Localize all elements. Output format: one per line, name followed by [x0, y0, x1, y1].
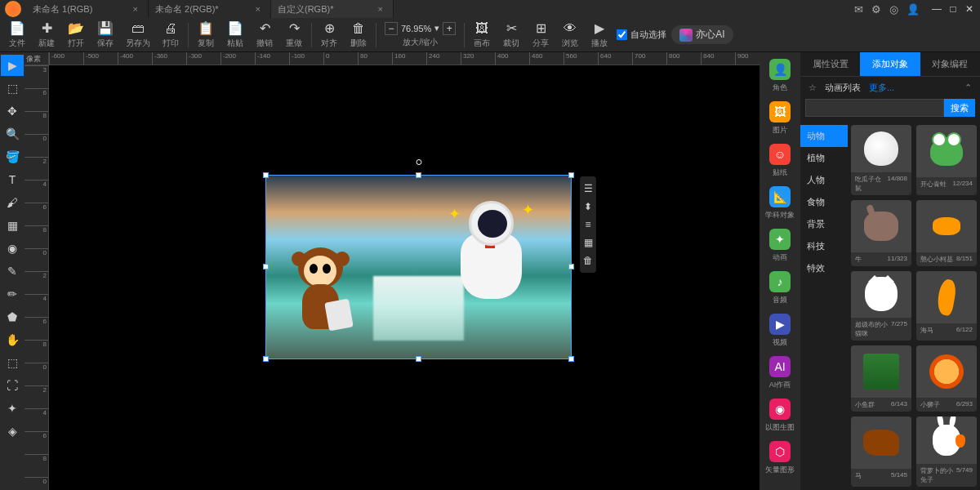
asset-item[interactable]: 牛11/323 [851, 200, 911, 266]
panel-tab-对象编程[interactable]: 对象编程 [920, 52, 980, 76]
tool-6[interactable]: ▦ [1, 215, 24, 236]
category-矢量图形[interactable]: ⬡矢量图形 [760, 441, 800, 475]
toolbar-文件[interactable]: 📄文件 [5, 20, 29, 51]
tool-0[interactable]: ⬚ [1, 78, 24, 99]
toolbar-复制[interactable]: 📋复制 [194, 20, 218, 51]
toolbar-保存[interactable]: 💾保存 [93, 20, 118, 51]
category-视频[interactable]: ▶视频 [760, 314, 800, 348]
resize-handle-s[interactable] [416, 356, 421, 362]
asset-category-食物[interactable]: 食物 [800, 191, 848, 213]
resize-handle-n[interactable] [416, 172, 421, 178]
toolbar-粘贴[interactable]: 📄粘贴 [223, 20, 247, 51]
layer-tool-1[interactable]: ⬍ [580, 198, 596, 216]
panel-tab-属性设置[interactable]: 属性设置 [800, 52, 860, 76]
category-角色[interactable]: 👤角色 [760, 59, 800, 93]
asset-item[interactable]: 马5/145 [851, 416, 911, 487]
tool-3[interactable]: 🪣 [1, 146, 24, 167]
toolbar-分享[interactable]: ⊞分享 [528, 20, 553, 51]
auto-select-checkbox[interactable] [617, 29, 627, 40]
tab-close-icon[interactable]: × [375, 4, 386, 14]
asset-category-特效[interactable]: 特效 [800, 257, 848, 279]
close-button[interactable]: ✕ [962, 2, 977, 16]
layer-tool-2[interactable]: ≡ [580, 216, 596, 234]
search-button[interactable]: 搜索 [944, 99, 975, 117]
user-icon[interactable]: 👤 [906, 3, 920, 16]
document-tab[interactable]: 未命名 1(RGB)× [26, 0, 149, 18]
tool-15[interactable]: ◈ [1, 421, 24, 442]
document-tab[interactable]: 自定义(RGB)*× [271, 0, 394, 18]
toolbar-裁切[interactable]: ✂裁切 [499, 20, 523, 51]
tool-10[interactable]: ⬟ [1, 306, 24, 327]
asset-category-科技[interactable]: 科技 [800, 235, 848, 257]
asset-category-人物[interactable]: 人物 [800, 169, 848, 191]
category-音频[interactable]: ♪音频 [760, 271, 800, 305]
toolbar-撤销[interactable]: ↶撤销 [252, 20, 277, 51]
tab-close-icon[interactable]: × [130, 4, 141, 14]
asset-item[interactable]: 海马6/122 [916, 271, 977, 341]
category-图片[interactable]: 🖼图片 [760, 101, 800, 136]
asset-item[interactable]: 小鱼群6/143 [851, 345, 911, 412]
toolbar-新建[interactable]: ✚新建 [34, 20, 59, 51]
layer-tool-0[interactable]: ☰ [580, 180, 596, 198]
layer-tool-3[interactable]: ▦ [580, 234, 596, 252]
zoom-in-button[interactable]: + [443, 22, 456, 35]
search-input[interactable] [805, 99, 944, 117]
tool-12[interactable]: ⬚ [1, 352, 24, 373]
canvas-viewport[interactable]: 像素 -600-500-400-360-300-200-140-10008016… [24, 52, 760, 490]
category-动画[interactable]: ✦动画 [760, 229, 800, 263]
mail-icon[interactable]: ✉ [854, 3, 863, 16]
rotate-handle[interactable] [416, 159, 421, 165]
astronaut-character[interactable]: ✦ ✦ [440, 185, 546, 332]
monkey-character[interactable] [282, 235, 359, 350]
zoom-dropdown-icon[interactable]: ▾ [434, 23, 439, 33]
resize-handle-sw[interactable] [263, 356, 269, 362]
resize-handle-e[interactable] [568, 264, 574, 270]
tab-close-icon[interactable]: × [252, 4, 264, 14]
ai-button[interactable]: 亦心AI [671, 25, 733, 44]
tool-1[interactable]: ✥ [1, 100, 24, 122]
resize-handle-ne[interactable] [568, 172, 574, 178]
asset-category-动物[interactable]: 动物 [800, 125, 848, 147]
tool-9[interactable]: ✏ [1, 283, 24, 305]
asset-item[interactable]: 憨心小柯基8/151 [916, 200, 977, 266]
move-tool[interactable]: ▶ [1, 55, 24, 76]
tool-5[interactable]: 🖌 [1, 192, 24, 213]
tool-2[interactable]: 🔍 [1, 123, 24, 145]
category-学科对象[interactable]: 📐学科对象 [760, 186, 800, 220]
toolbar-浏览[interactable]: 👁浏览 [558, 20, 582, 51]
layer-tool-4[interactable]: 🗑 [580, 252, 596, 270]
category-AI作画[interactable]: AIAI作画 [760, 356, 800, 390]
document-tab[interactable]: 未命名 2(RGB)*× [149, 0, 271, 18]
zoom-out-button[interactable]: − [385, 22, 398, 35]
tool-11[interactable]: ✋ [1, 329, 24, 350]
auto-select-toggle[interactable]: 自动选择 [617, 29, 666, 41]
canvas-selection[interactable]: ✦ ✦ [265, 175, 572, 359]
tool-7[interactable]: ◉ [1, 238, 24, 259]
more-link[interactable]: 更多... [869, 82, 894, 94]
resize-handle-w[interactable] [263, 264, 269, 270]
asset-item[interactable]: 吃瓜子仓鼠14/808 [851, 125, 911, 195]
toolbar-对齐[interactable]: ⊕对齐 [317, 20, 341, 51]
minimize-button[interactable]: — [929, 2, 944, 16]
tool-14[interactable]: ✦ [1, 398, 24, 419]
maximize-button[interactable]: □ [946, 2, 960, 16]
toolbar-播放[interactable]: ▶播放 [587, 20, 612, 51]
toolbar-重做[interactable]: ↷重做 [282, 20, 306, 51]
toolbar-删除[interactable]: 🗑删除 [346, 20, 371, 51]
tool-13[interactable]: ⛶ [1, 375, 24, 396]
tool-4[interactable]: T [1, 169, 24, 190]
asset-item[interactable]: 背萝卜的小兔子5/749 [916, 416, 977, 487]
settings-icon[interactable]: ⚙ [871, 3, 881, 16]
compass-icon[interactable]: ◎ [889, 3, 898, 16]
toolbar-另存为[interactable]: 🗃另存为 [122, 20, 154, 51]
resize-handle-se[interactable] [568, 356, 574, 362]
panel-tab-添加对象[interactable]: 添加对象 [860, 52, 920, 76]
collapse-icon[interactable]: ⌃ [964, 82, 972, 93]
asset-category-背景[interactable]: 背景 [800, 213, 848, 235]
category-贴纸[interactable]: ☺贴纸 [760, 144, 800, 178]
toolbar-打印[interactable]: 🖨打印 [158, 20, 183, 51]
toolbar-画布[interactable]: 🖼画布 [470, 20, 494, 51]
tool-8[interactable]: ✎ [1, 261, 24, 282]
resize-handle-nw[interactable] [263, 172, 269, 178]
asset-item[interactable]: 开心青蛙12/234 [916, 125, 977, 195]
